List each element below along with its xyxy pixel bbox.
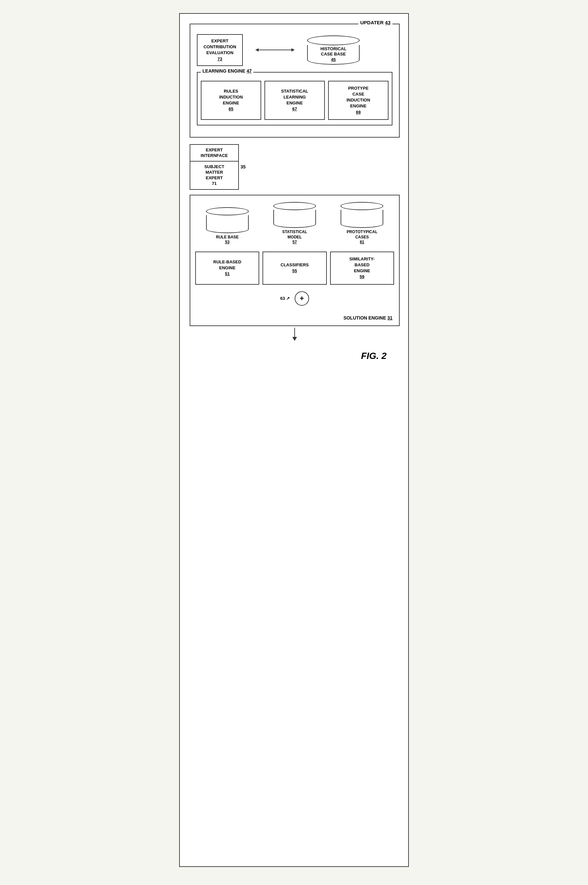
main-diagram: UPDATER 43 EXPERTCONTRIBUTIONEVALUATION7… bbox=[190, 24, 400, 361]
pc-ref: 69 bbox=[356, 109, 361, 115]
sbe-ref: 59 bbox=[360, 274, 364, 280]
page: UPDATER 43 EXPERTCONTRIBUTIONEVALUATION7… bbox=[179, 13, 409, 867]
se-ref: 31 bbox=[387, 315, 392, 321]
expert-section: EXPERTINTERNFACE SUBJECTMATTEREXPERT71 3… bbox=[190, 144, 400, 190]
combiner-arrow: ↗ bbox=[286, 296, 290, 301]
svg-marker-2 bbox=[291, 48, 295, 51]
pcc-body bbox=[340, 210, 383, 228]
cylinder-label: HISTORICALCASE BASE45 bbox=[320, 46, 346, 63]
fig-text: FIG. 2 bbox=[361, 351, 387, 361]
similarity-based-box: SIMILARITY-BASEDENGINE59 bbox=[330, 251, 394, 285]
combiner-plus: + bbox=[300, 294, 304, 303]
rule-base-item: RULE BASE53 bbox=[195, 207, 259, 245]
learning-engine-label: LEARNING ENGINE 47 bbox=[201, 68, 254, 74]
sme-row: SUBJECTMATTEREXPERT71 bbox=[190, 161, 239, 190]
pc-cylinder bbox=[340, 202, 383, 228]
combiner-ref-label: 63 ↗ bbox=[280, 296, 290, 301]
databases-row: RULE BASE53 STATISTICALMODEL57 bbox=[195, 202, 394, 245]
prototype-case-box: PROTYPECASEINDUCTIONENGINE69 bbox=[328, 81, 388, 120]
solution-engine-label: SOLUTION ENGINE 31 bbox=[344, 315, 392, 321]
prototypical-cases-item: PROTOTYPICALCASES61 bbox=[330, 202, 394, 245]
ei-ref: 35 bbox=[240, 164, 246, 169]
sme-box: SUBJECTMATTEREXPERT71 bbox=[190, 161, 238, 189]
updater-label: UPDATER 43 bbox=[358, 20, 392, 25]
engines-row: RULESINDUCTIONENGINE65 STATISTICALLEARNI… bbox=[201, 81, 388, 120]
expert-col: EXPERTINTERNFACE SUBJECTMATTEREXPERT71 bbox=[190, 144, 239, 190]
solution-engine-box: SOLUTION ENGINE 31 RULE BASE53 bbox=[190, 195, 400, 326]
fig-label: FIG. 2 bbox=[190, 351, 400, 361]
down-arrow-svg bbox=[290, 328, 300, 341]
hcb-ref: 45 bbox=[331, 57, 336, 62]
cylinder-body: HISTORICALCASE BASE45 bbox=[307, 45, 360, 65]
se-text: SOLUTION ENGINE bbox=[344, 315, 386, 321]
rule-base-label: RULE BASE53 bbox=[216, 235, 238, 245]
updater-ref: 43 bbox=[385, 20, 390, 25]
proto-cases-label: PROTOTYPICALCASES61 bbox=[346, 230, 377, 245]
classifiers-box: CLASSIFIERS55 bbox=[262, 251, 327, 285]
historical-case-base: HISTORICALCASE BASE45 bbox=[307, 35, 360, 65]
ei-ref-label: 35 bbox=[239, 144, 246, 190]
combiner-circle: + bbox=[295, 291, 309, 306]
svg-marker-4 bbox=[292, 337, 297, 341]
statistical-learning-box: STATISTICALLEARNINGENGINE67 bbox=[264, 81, 325, 120]
sm-ref: 57 bbox=[292, 240, 297, 244]
le-text: LEARNING ENGINE bbox=[202, 68, 245, 74]
horiz-arrow-svg bbox=[255, 45, 295, 55]
ri-ref: 65 bbox=[229, 106, 233, 112]
pcc-top bbox=[340, 202, 383, 210]
cls-ref: 55 bbox=[292, 268, 297, 274]
rbe-ref: 51 bbox=[225, 271, 230, 277]
expert-contrib-ref: 73 bbox=[218, 56, 222, 62]
expert-contrib-label: EXPERTCONTRIBUTIONEVALUATION73 bbox=[203, 38, 236, 62]
pcc-ref: 61 bbox=[360, 240, 364, 244]
svg-marker-1 bbox=[255, 48, 259, 51]
learning-engine-box: LEARNING ENGINE 47 RULESINDUCTIONENGINE6… bbox=[197, 72, 392, 125]
rule-based-engine-box: RULE-BASEDENGINE51 bbox=[195, 251, 259, 285]
bottom-arrow bbox=[190, 328, 400, 341]
sm-cylinder bbox=[273, 202, 316, 228]
sm-body bbox=[273, 210, 316, 228]
le-ref: 47 bbox=[247, 68, 252, 74]
sl-ref: 67 bbox=[292, 106, 297, 112]
rb-top bbox=[206, 207, 249, 215]
cylinder-top bbox=[307, 35, 360, 45]
combiner-row: 63 ↗ + bbox=[195, 291, 394, 306]
updater-text: UPDATER bbox=[360, 20, 384, 25]
stat-model-label: STATISTICALMODEL57 bbox=[282, 230, 307, 245]
expert-interface-box: EXPERTINTERNFACE bbox=[190, 144, 239, 161]
rule-base-cylinder bbox=[206, 207, 249, 233]
rules-induction-box: RULESINDUCTIONENGINE65 bbox=[201, 81, 261, 120]
combiner-ref: 63 bbox=[280, 296, 285, 301]
statistical-model-item: STATISTICALMODEL57 bbox=[262, 202, 327, 245]
sme-ref: 71 bbox=[212, 181, 217, 186]
expert-contribution-box: EXPERTCONTRIBUTIONEVALUATION73 bbox=[197, 34, 243, 66]
sm-top bbox=[273, 202, 316, 210]
rb-body bbox=[206, 215, 249, 233]
updater-box: UPDATER 43 EXPERTCONTRIBUTIONEVALUATION7… bbox=[190, 24, 400, 138]
lower-engines-row: RULE-BASEDENGINE51 CLASSIFIERS55 SIMILAR… bbox=[195, 251, 394, 285]
rb-ref: 53 bbox=[225, 240, 230, 244]
